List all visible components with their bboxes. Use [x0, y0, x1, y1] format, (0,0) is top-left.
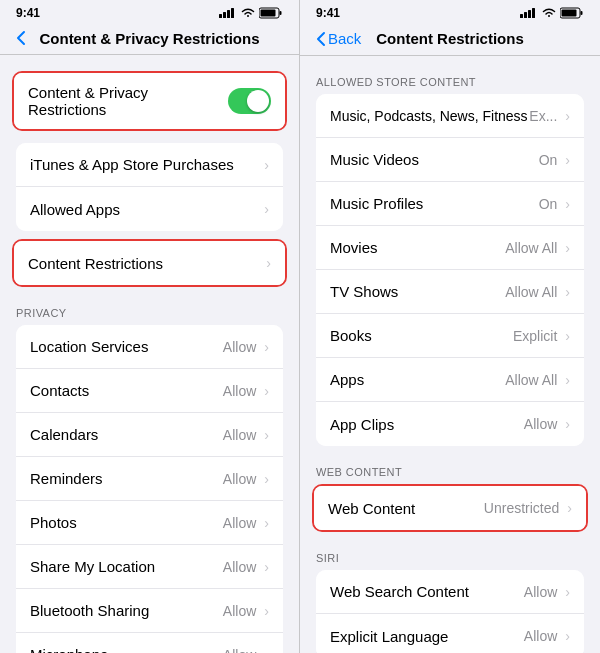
share-location-item[interactable]: Share My Location Allow ›: [16, 545, 283, 589]
location-services-item[interactable]: Location Services Allow ›: [16, 325, 283, 369]
status-bar-right: 9:41: [300, 0, 600, 24]
back-label-right: Back: [328, 30, 361, 47]
tv-shows-item[interactable]: TV Shows Allow All ›: [316, 270, 584, 314]
calendars-label: Calendars: [30, 426, 98, 443]
privacy-toggle[interactable]: [228, 88, 271, 114]
web-content-value: Unrestricted: [484, 500, 559, 516]
contacts-label: Contacts: [30, 382, 89, 399]
web-content-label: Web Content: [328, 500, 415, 517]
web-content-item[interactable]: Web Content Unrestricted ›: [314, 486, 586, 530]
battery-icon-right: [560, 7, 584, 19]
music-profiles-item[interactable]: Music Profiles On ›: [316, 182, 584, 226]
calendars-item[interactable]: Calendars Allow ›: [16, 413, 283, 457]
contacts-right: Allow ›: [223, 383, 269, 399]
svg-rect-1: [223, 12, 226, 18]
itunes-right: ›: [260, 157, 269, 173]
privacy-section-header: PRIVACY: [0, 307, 299, 325]
middle-items-group: iTunes & App Store Purchases › Allowed A…: [16, 143, 283, 231]
bluetooth-label: Bluetooth Sharing: [30, 602, 149, 619]
photos-right: Allow ›: [223, 515, 269, 531]
signal-icon-right: [520, 8, 538, 18]
itunes-purchases-item[interactable]: iTunes & App Store Purchases ›: [16, 143, 283, 187]
music-videos-value: On: [539, 152, 558, 168]
microphone-value: Allow: [223, 647, 256, 654]
svg-rect-9: [528, 10, 531, 18]
reminders-label: Reminders: [30, 470, 103, 487]
privacy-items-group: Location Services Allow › Contacts Allow…: [16, 325, 283, 653]
music-videos-label: Music Videos: [330, 151, 419, 168]
web-search-right: Allow ›: [524, 584, 570, 600]
web-search-item[interactable]: Web Search Content Allow ›: [316, 570, 584, 614]
svg-rect-5: [280, 11, 282, 15]
web-content-right: Unrestricted ›: [484, 500, 572, 516]
apps-label: Apps: [330, 371, 364, 388]
music-podcasts-right: Ex... ›: [529, 108, 570, 124]
location-right: Allow ›: [223, 339, 269, 355]
books-item[interactable]: Books Explicit ›: [316, 314, 584, 358]
left-content: Content & Privacy Restrictions iTunes & …: [0, 55, 299, 653]
tv-shows-right: Allow All ›: [505, 284, 570, 300]
bluetooth-right: Allow ›: [223, 603, 269, 619]
nav-title-right: Content Restrictions: [376, 30, 524, 47]
music-videos-item[interactable]: Music Videos On ›: [316, 138, 584, 182]
status-icons-left: [219, 7, 283, 19]
apps-item[interactable]: Apps Allow All ›: [316, 358, 584, 402]
movies-right: Allow All ›: [505, 240, 570, 256]
svg-rect-12: [581, 11, 583, 15]
reminders-item[interactable]: Reminders Allow ›: [16, 457, 283, 501]
privacy-restrictions-highlight: Content & Privacy Restrictions: [12, 71, 287, 131]
content-restrictions-label: Content Restrictions: [28, 255, 163, 272]
music-profiles-value: On: [539, 196, 558, 212]
tv-shows-value: Allow All: [505, 284, 557, 300]
allowed-apps-item[interactable]: Allowed Apps ›: [16, 187, 283, 231]
left-screen: 9:41 Conten: [0, 0, 300, 653]
web-search-value: Allow: [524, 584, 557, 600]
content-restrictions-highlight: Content Restrictions ›: [12, 239, 287, 287]
content-privacy-toggle-item[interactable]: Content & Privacy Restrictions: [14, 73, 285, 129]
reminders-value: Allow: [223, 471, 256, 487]
back-button-right[interactable]: Back: [316, 30, 361, 47]
share-location-right: Allow ›: [223, 559, 269, 575]
app-clips-right: Allow ›: [524, 416, 570, 432]
bluetooth-item[interactable]: Bluetooth Sharing Allow ›: [16, 589, 283, 633]
calendars-value: Allow: [223, 427, 256, 443]
music-videos-right: On ›: [539, 152, 570, 168]
contacts-item[interactable]: Contacts Allow ›: [16, 369, 283, 413]
svg-rect-13: [562, 10, 577, 17]
store-items-group: Music, Podcasts, News, Fitness Ex... › M…: [316, 94, 584, 446]
music-podcasts-item[interactable]: Music, Podcasts, News, Fitness Ex... ›: [316, 94, 584, 138]
location-label: Location Services: [30, 338, 148, 355]
books-value: Explicit: [513, 328, 557, 344]
movies-item[interactable]: Movies Allow All ›: [316, 226, 584, 270]
tv-shows-label: TV Shows: [330, 283, 398, 300]
explicit-language-value: Allow: [524, 628, 557, 644]
svg-rect-8: [524, 12, 527, 18]
time-left: 9:41: [16, 6, 40, 20]
battery-icon: [259, 7, 283, 19]
microphone-item[interactable]: Microphone Allow ›: [16, 633, 283, 653]
microphone-right: Allow ›: [223, 647, 269, 654]
itunes-chevron: ›: [264, 157, 269, 173]
apps-right: Allow All ›: [505, 372, 570, 388]
photos-item[interactable]: Photos Allow ›: [16, 501, 283, 545]
app-clips-label: App Clips: [330, 416, 394, 433]
status-bar-left: 9:41: [0, 0, 299, 24]
content-restrictions-chevron: ›: [266, 255, 271, 271]
nav-title-left: Content & Privacy Restrictions: [39, 30, 259, 47]
siri-items-group: Web Search Content Allow › Explicit Lang…: [316, 570, 584, 653]
time-right: 9:41: [316, 6, 340, 20]
allowed-apps-label: Allowed Apps: [30, 201, 120, 218]
svg-rect-2: [227, 10, 230, 18]
back-button-left[interactable]: [16, 30, 26, 46]
music-profiles-right: On ›: [539, 196, 570, 212]
movies-value: Allow All: [505, 240, 557, 256]
content-restrictions-item[interactable]: Content Restrictions ›: [14, 241, 285, 285]
allowed-apps-chevron: ›: [264, 201, 269, 217]
nav-bar-left: Content & Privacy Restrictions: [0, 24, 299, 55]
svg-rect-6: [261, 10, 276, 17]
music-profiles-label: Music Profiles: [330, 195, 423, 212]
books-label: Books: [330, 327, 372, 344]
app-clips-item[interactable]: App Clips Allow ›: [316, 402, 584, 446]
svg-rect-0: [219, 14, 222, 18]
explicit-language-item[interactable]: Explicit Language Allow ›: [316, 614, 584, 653]
